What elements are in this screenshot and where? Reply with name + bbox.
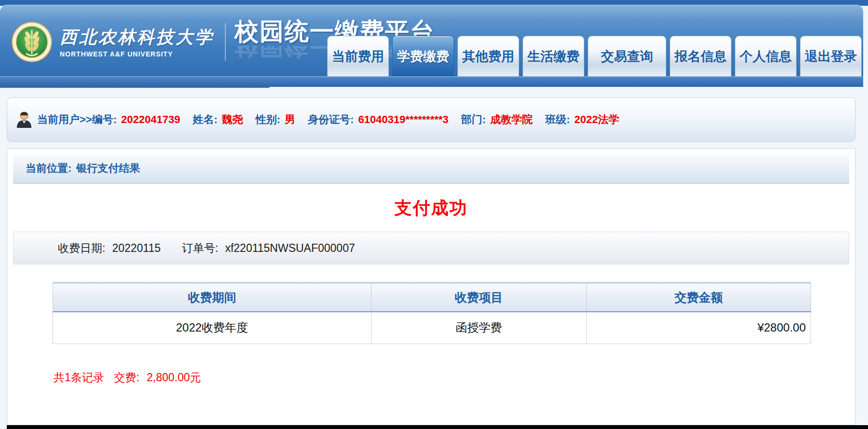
university-name-cn: 西北农林科技大学 bbox=[60, 26, 214, 49]
user-class-value: 2022法学 bbox=[574, 112, 619, 127]
payment-table: 收费期间 收费项目 交费金额 2022收费年度 函授学费 ¥2800.00 bbox=[53, 282, 811, 344]
user-id-label: 编号: bbox=[92, 112, 117, 127]
header: 西北农林科技大学 NORTHWEST A&F UNIVERSITY 校园统一缴费… bbox=[0, 5, 863, 76]
user-department-label: 部门: bbox=[461, 112, 486, 127]
fee-date-value: 20220115 bbox=[112, 242, 161, 255]
user-idcard-label: 身份证号: bbox=[308, 112, 354, 127]
tab-other-fees[interactable]: 其他费用 bbox=[457, 36, 519, 76]
user-icon bbox=[16, 111, 32, 128]
summary-records: 共1条记录 bbox=[54, 371, 104, 384]
bottom-edge bbox=[7, 425, 868, 429]
cell-pay-amount: ¥2800.00 bbox=[586, 312, 811, 344]
table-header-row: 收费期间 收费项目 交费金额 bbox=[53, 283, 811, 312]
tab-tuition-payment[interactable]: 学费缴费 bbox=[392, 36, 454, 76]
university-name-en: NORTHWEST A&F UNIVERSITY bbox=[60, 50, 214, 58]
column-header-fee-item: 收费项目 bbox=[371, 283, 586, 312]
record-summary: 共1条记录 交费: 2,800.00元 bbox=[54, 370, 855, 385]
cell-fee-period: 2022收费年度 bbox=[53, 312, 372, 344]
tab-transaction-query[interactable]: 交易查询 bbox=[588, 36, 666, 76]
main-nav: 当前费用 学费缴费 其他费用 生活缴费 交易查询 报名信息 个人信息 退出登录 bbox=[327, 36, 862, 76]
table-row: 2022收费年度 函授学费 ¥2800.00 bbox=[53, 312, 811, 344]
summary-pay-label: 交费: bbox=[114, 371, 139, 384]
university-name: 西北农林科技大学 NORTHWEST A&F UNIVERSITY bbox=[60, 26, 214, 58]
breadcrumb-label: 当前位置: bbox=[26, 161, 71, 176]
summary-amount: 2,800.00元 bbox=[147, 371, 201, 384]
tab-personal-info[interactable]: 个人信息 bbox=[735, 36, 797, 76]
receipt-info-bar: 收费日期: 20220115 订单号: xf220115NWSUAF000007 bbox=[13, 232, 849, 264]
user-department-value: 成教学院 bbox=[490, 112, 533, 127]
header-band bbox=[0, 76, 863, 87]
user-gender-value: 男 bbox=[285, 112, 295, 127]
university-logo-icon bbox=[12, 22, 52, 62]
user-idcard-value: 61040319*********3 bbox=[358, 113, 448, 126]
order-number-value: xf220115NWSUAF000007 bbox=[225, 242, 355, 255]
user-gender-label: 性别: bbox=[256, 112, 280, 127]
payment-platform-page: 西北农林科技大学 NORTHWEST A&F UNIVERSITY 校园统一缴费… bbox=[0, 0, 868, 429]
breadcrumb-value: 银行支付结果 bbox=[76, 161, 140, 176]
tab-logout[interactable]: 退出登录 bbox=[800, 36, 862, 76]
cell-fee-item: 函授学费 bbox=[371, 312, 586, 344]
user-id-value: 2022041739 bbox=[121, 113, 180, 126]
breadcrumb: 当前位置: 银行支付结果 bbox=[13, 154, 849, 184]
tab-current-fees[interactable]: 当前费用 bbox=[327, 36, 389, 76]
order-number-label: 订单号: bbox=[182, 241, 218, 256]
user-name-label: 姓名: bbox=[193, 112, 217, 127]
tab-registration-info[interactable]: 报名信息 bbox=[670, 36, 731, 76]
column-header-fee-period: 收费期间 bbox=[53, 283, 372, 312]
fee-date-label: 收费日期: bbox=[58, 241, 105, 256]
main-panel: 当前位置: 银行支付结果 支付成功 收费日期: 20220115 订单号: xf… bbox=[7, 148, 855, 425]
payment-status-title: 支付成功 bbox=[7, 196, 855, 220]
user-class-label: 班级: bbox=[545, 112, 570, 127]
tab-living-payment[interactable]: 生活缴费 bbox=[523, 36, 584, 76]
user-name-value: 魏尧 bbox=[222, 112, 243, 127]
column-header-pay-amount: 交费金额 bbox=[586, 283, 811, 312]
user-info-bar: 当前用户>>编号: 2022041739 姓名: 魏尧 性别: 男 身份证号: … bbox=[7, 97, 855, 142]
brand-divider bbox=[225, 23, 226, 61]
user-prefix: 当前用户>> bbox=[37, 112, 92, 127]
